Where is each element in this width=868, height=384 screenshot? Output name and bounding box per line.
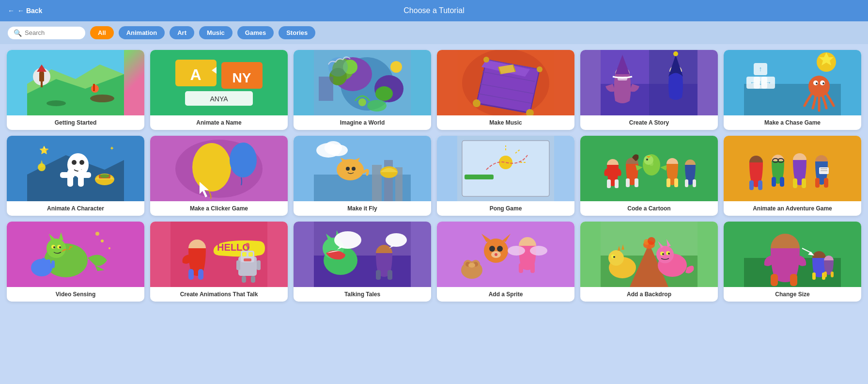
card-imagine-world[interactable]: Imagine a World [294, 50, 431, 130]
svg-point-184 [246, 243, 249, 247]
card-label: Create Animations That Talk [150, 287, 288, 302]
svg-rect-108 [465, 175, 494, 179]
svg-text:↓: ↓ [759, 79, 762, 86]
svg-rect-172 [198, 269, 203, 280]
svg-rect-93 [384, 160, 393, 201]
svg-rect-248 [831, 272, 834, 277]
card-label: Pong Game [437, 201, 574, 216]
svg-point-208 [530, 246, 547, 256]
svg-point-235 [613, 256, 615, 258]
svg-rect-210 [530, 263, 535, 273]
card-video-sensing[interactable]: Video Sensing [7, 222, 144, 302]
svg-rect-133 [749, 180, 754, 190]
card-label: Getting Started [7, 115, 144, 130]
search-box: 🔍 [8, 27, 85, 39]
card-getting-started[interactable]: Getting Started [7, 50, 144, 130]
filter-animation[interactable]: Animation [119, 26, 165, 39]
svg-point-60 [822, 82, 824, 84]
svg-rect-92 [372, 165, 382, 201]
svg-rect-142 [793, 178, 797, 188]
card-add-sprite[interactable]: Add a Sprite [437, 222, 574, 302]
svg-text:NY: NY [232, 70, 251, 85]
svg-rect-161 [37, 259, 41, 268]
svg-rect-130 [693, 179, 696, 187]
svg-point-109 [499, 156, 512, 169]
svg-text:↑: ↑ [759, 65, 762, 73]
svg-rect-178 [244, 258, 251, 261]
svg-point-166 [101, 240, 104, 242]
card-make-music[interactable]: Make Music [437, 50, 574, 130]
thumb-create-story [580, 50, 718, 115]
svg-rect-179 [236, 260, 240, 270]
svg-rect-115 [607, 179, 611, 188]
card-code-cartoon[interactable]: Code a Cartoon [580, 136, 718, 216]
filter-games[interactable]: Games [237, 26, 274, 39]
svg-point-29 [390, 61, 402, 73]
back-button[interactable]: ← ← Back [8, 7, 42, 15]
card-animate-name[interactable]: A NY ANYA Animate a Name [150, 50, 288, 130]
card-change-size[interactable]: Change Size [724, 222, 861, 302]
svg-point-158 [59, 246, 61, 248]
search-input[interactable] [25, 29, 79, 36]
thumb-change-size [724, 222, 861, 287]
svg-rect-49 [618, 77, 627, 80]
svg-point-88 [230, 143, 257, 177]
filter-stories[interactable]: Stories [279, 26, 315, 39]
card-clicker-game[interactable]: Make a Clicker Game [150, 136, 288, 216]
svg-text:⭐: ⭐ [39, 145, 49, 155]
filter-music[interactable]: Music [199, 26, 232, 39]
svg-rect-139 [772, 177, 776, 187]
svg-rect-145 [815, 178, 820, 188]
thumb-pong-game [437, 136, 574, 201]
card-label: Make a Clicker Game [150, 201, 288, 216]
svg-point-168 [95, 232, 99, 236]
svg-rect-164 [51, 260, 55, 268]
svg-point-207 [508, 246, 525, 256]
card-label: Add a Backdrop [580, 287, 718, 302]
svg-point-105 [325, 141, 342, 155]
svg-point-10 [46, 100, 66, 106]
back-label: ← Back [17, 7, 42, 15]
card-chase-game[interactable]: ← → ↑ ↓ Make a Chase Game [724, 50, 861, 130]
svg-point-156 [53, 246, 55, 248]
card-label: Video Sensing [7, 287, 144, 302]
card-talking-tales[interactable]: Talking Tales [294, 222, 431, 302]
thumb-add-sprite [437, 222, 574, 287]
card-animate-character[interactable]: ⭐ ✦ Animate A Character [7, 136, 144, 216]
card-add-backdrop[interactable]: Add a Backdrop [580, 222, 718, 302]
filter-all[interactable]: All [90, 26, 114, 39]
thumb-imagine-world [294, 50, 431, 115]
card-animations-talk[interactable]: HELLO Create Animations That Talk [150, 222, 288, 302]
svg-point-231 [668, 253, 670, 255]
svg-rect-180 [257, 260, 261, 270]
card-adventure-game[interactable]: Animate an Adventure Game [724, 136, 861, 216]
svg-text:A: A [190, 66, 201, 83]
card-make-fly[interactable]: Make it Fly [294, 136, 431, 216]
card-label: Animate a Name [150, 115, 288, 130]
svg-rect-162 [42, 258, 46, 268]
thumb-adventure-game [724, 136, 861, 201]
thumb-getting-started [7, 50, 144, 115]
svg-rect-241 [771, 274, 778, 286]
svg-point-87 [192, 143, 231, 192]
thumb-chase-game: ← → ↑ ↓ [724, 50, 861, 115]
card-create-story[interactable]: Create A Story [580, 50, 718, 130]
thumb-animate-character: ⭐ ✦ [7, 136, 144, 201]
svg-point-223 [648, 237, 655, 245]
svg-point-51 [673, 51, 678, 56]
svg-text:ANYA: ANYA [210, 95, 228, 103]
card-label: Create A Story [580, 115, 718, 130]
svg-rect-244 [812, 272, 816, 280]
card-pong-game[interactable]: Pong Game [437, 136, 574, 216]
svg-rect-165 [33, 264, 37, 271]
svg-rect-209 [519, 263, 523, 273]
svg-point-41 [473, 99, 480, 107]
svg-point-199 [484, 239, 508, 263]
filter-art[interactable]: Art [170, 26, 194, 39]
svg-point-225 [656, 246, 674, 263]
svg-rect-247 [824, 272, 827, 277]
svg-rect-126 [666, 178, 670, 187]
svg-point-39 [483, 57, 489, 63]
svg-point-216 [468, 263, 475, 268]
svg-point-202 [489, 246, 495, 252]
